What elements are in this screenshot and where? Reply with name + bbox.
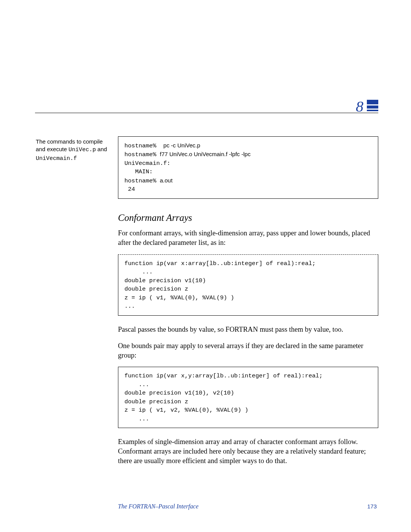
page-number: 173 [367, 503, 377, 510]
code-line: f77 UniVec.o UniVecmain.f -lpfc -lpc [160, 151, 250, 157]
code-line: a.out [160, 177, 172, 184]
sidenote-text: and [96, 146, 107, 152]
code-box-conformant-1: function ip(var x:array[lb..ub:integer] … [118, 254, 378, 316]
code-box-commands: hostname% pc -c UniVec.p hostname% f77 U… [118, 136, 378, 199]
code-line: hostname% [124, 151, 160, 158]
code-line: 24 [124, 186, 135, 193]
code-line: UniVecmain.f: [124, 160, 170, 167]
header-rule [35, 113, 378, 113]
code-box-conformant-2: function ip(var x,y:array[lb..ub:integer… [118, 367, 378, 428]
code-text: function ip(var x:array[lb..ub:integer] … [124, 260, 315, 310]
body-paragraph: Pascal passes the bounds by value, so FO… [118, 325, 378, 334]
footer-title: The FORTRAN–Pascal Interface [118, 503, 199, 510]
code-line: MAIN: [124, 168, 153, 175]
sidenote-text: execute [47, 146, 68, 152]
chapter-glyph-icon [367, 100, 378, 111]
body-paragraph: For conformant arrays, with single-dimen… [118, 228, 378, 248]
sidenote: The commands to compile and execute UniV… [36, 138, 114, 163]
code-line: pc -c UniVec.p [163, 142, 200, 149]
code-line: hostname% [124, 142, 163, 149]
main-column: hostname% pc -c UniVec.p hostname% f77 U… [118, 136, 378, 473]
code-line: hostname% [124, 177, 160, 184]
sidenote-code: UniVecmain.f [36, 155, 77, 162]
chapter-number: 8 [356, 97, 363, 115]
body-paragraph: Examples of single-dimension array and a… [118, 437, 378, 466]
section-heading: Conformant Arrays [118, 212, 378, 223]
page: 8 The commands to compile and execute Un… [0, 0, 411, 532]
body-paragraph: One bounds pair may apply to several arr… [118, 341, 378, 360]
page-footer: The FORTRAN–Pascal Interface 173 [118, 503, 377, 510]
sidenote-code: UniVec.p [68, 147, 96, 153]
code-text: function ip(var x,y:array[lb..ub:integer… [124, 372, 323, 422]
